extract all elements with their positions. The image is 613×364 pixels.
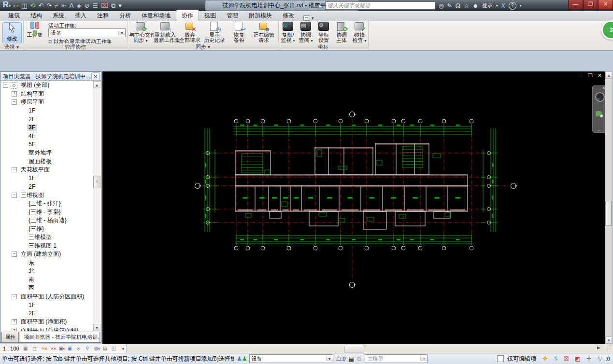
help-dropdown-icon[interactable]: ▾ <box>520 3 522 8</box>
show-history-button[interactable]: ◷显示历史记录 <box>203 22 226 43</box>
tab-结构[interactable]: 结构 <box>25 10 47 21</box>
filter-icon[interactable]: ▽ <box>598 355 602 362</box>
tab-分析[interactable]: 分析 <box>114 10 136 21</box>
infocenter-collapse-icon[interactable]: ▸ <box>319 2 322 9</box>
minimize-button[interactable]: — <box>568 0 583 10</box>
collapse-icon[interactable]: − <box>3 83 8 88</box>
help-icon[interactable]: ? <box>509 2 516 10</box>
interference-check-button[interactable]: ✔碰撞检查 ▾ <box>351 22 368 43</box>
restore-backup-button[interactable]: ↩恢复备份 <box>228 22 251 43</box>
select-pinned-icon[interactable]: ⛝ <box>564 355 569 362</box>
collapse-viewbar-icon[interactable]: ◂ <box>119 345 126 352</box>
shadows-icon[interactable]: ●✕ <box>48 345 55 352</box>
worksharing-display-icon[interactable]: ◍✕ <box>93 345 100 352</box>
subscription-icon[interactable]: ✎ <box>447 2 452 9</box>
active-workset-combo[interactable]: 设备▼ <box>48 28 126 37</box>
tree-item-西[interactable]: 西 <box>1 284 94 293</box>
navigation-bar[interactable]: ✕ ⌄ <box>592 85 605 133</box>
tree-item-4F[interactable]: 4F <box>1 132 94 140</box>
tree-item-三维视图1[interactable]: 三维视图 1 <box>1 242 94 251</box>
search-icon[interactable]: ◎ <box>439 2 443 9</box>
worksets-button[interactable]: 工作集 <box>24 22 45 43</box>
scrollbar-thumb[interactable] <box>93 176 100 188</box>
tree-item-立面建筑立面[interactable]: −立面 (建筑立面) <box>1 250 94 259</box>
canvas-hscroll-thumb[interactable] <box>344 345 364 352</box>
view-minimize-icon[interactable]: — <box>578 72 583 79</box>
collapse-icon[interactable]: − <box>12 294 17 299</box>
tab-project-browser[interactable]: 项目浏览器 - 技师学院机电培训... <box>20 332 100 342</box>
tree-item-1F[interactable]: 1F <box>1 301 94 309</box>
tree-item-2F[interactable]: 2F <box>1 309 94 318</box>
analytical-model-icon[interactable]: ◫ <box>110 345 117 352</box>
steering-wheel-icon[interactable] <box>595 92 605 102</box>
worksets-dialog-icon[interactable]: ▤ <box>348 355 354 362</box>
user-icon[interactable]: ☻ <box>472 2 479 9</box>
tree-item-东[interactable]: 东 <box>1 259 94 267</box>
tree-item-南[interactable]: 南 <box>1 276 94 284</box>
editable-only-checkbox[interactable] <box>497 355 504 362</box>
tree-item-屋面楼板[interactable]: 屋面楼板 <box>1 157 94 166</box>
status-workset-combo[interactable]: 设备▼ <box>249 354 333 363</box>
visual-style-icon[interactable]: ◻ <box>31 345 38 352</box>
tab-视图[interactable]: 视图 <box>199 10 221 21</box>
detail-level-icon[interactable]: ▦ <box>22 345 29 352</box>
communication-center-icon[interactable]: ☊ <box>456 2 461 9</box>
relinquish-all-button[interactable]: ✕放弃全部请求 <box>178 22 201 43</box>
navbar-options-icon[interactable]: ⌄ <box>597 128 600 132</box>
sign-in-dropdown-icon[interactable]: ▾ <box>496 3 498 8</box>
tab-协作[interactable]: 协作 <box>176 10 199 21</box>
tree-item-2F[interactable]: 2F <box>1 115 94 124</box>
select-links-icon[interactable]: ✥ <box>542 355 547 362</box>
expand-icon[interactable]: + <box>12 91 17 97</box>
tree-item-三维视图[interactable]: −三维视图 <box>1 191 94 200</box>
coordinate-settings-button[interactable]: ⚙坐标设置 <box>315 22 332 43</box>
view-close-icon[interactable]: ✕ <box>598 72 602 79</box>
browser-close-icon[interactable]: ✕ <box>91 72 100 81</box>
tree-item-结构平面[interactable]: +结构平面 <box>1 90 94 98</box>
tree-item-1F[interactable]: 1F <box>1 107 94 115</box>
crop-region-visibility-icon[interactable]: ▣ <box>66 345 73 352</box>
scroll-down-icon[interactable]: ▼ <box>93 324 100 331</box>
close-button[interactable]: ✕ <box>598 0 613 10</box>
tab-注释[interactable]: 注释 <box>92 10 114 21</box>
tree-item-三维[interactable]: {三维} <box>1 225 94 234</box>
workset-combo-dropdown-icon[interactable]: ▼ <box>326 357 333 361</box>
tab-建筑[interactable]: 建筑 <box>3 10 25 21</box>
browser-scrollbar[interactable]: ▲ ▼ <box>93 81 100 331</box>
canvas-vscroll-thumb[interactable] <box>605 201 612 226</box>
tree-item-三维-杨雨迪[interactable]: {三维 - 杨雨迪} <box>1 216 94 225</box>
tree-item-楼层平面[interactable]: −楼层平面 <box>1 98 94 107</box>
coordination-host-button[interactable]: ⟳协调主体 <box>333 22 350 43</box>
search-input[interactable]: 键入关键字或短语 <box>325 1 435 10</box>
ribbon-state-toggle[interactable]: ▭▾ <box>303 15 314 21</box>
synchronize-panel-label[interactable]: 同步 ▾ <box>128 43 278 49</box>
collapse-icon[interactable]: − <box>12 193 17 198</box>
tab-附加模块[interactable]: 附加模块 <box>243 10 277 21</box>
tree-item-三维模型[interactable]: 三维模型 <box>1 233 94 242</box>
view-scale[interactable]: 1 : 100 <box>3 346 19 351</box>
maximize-button[interactable]: ❐ <box>583 0 598 10</box>
tree-item-室外地坪[interactable]: 室外地坪 <box>1 149 94 157</box>
favorites-icon[interactable]: ☆ <box>464 2 469 9</box>
tree-item-北[interactable]: 北 <box>1 267 94 276</box>
tree-item-三维-李枭[interactable]: {三维 - 李枭} <box>1 208 94 217</box>
sign-in-button[interactable]: 登录 <box>482 2 493 9</box>
scroll-right-icon[interactable]: ▶ <box>597 345 600 350</box>
project-browser-title[interactable]: 项目浏览器 - 技师学院机电培训中... <box>0 72 101 81</box>
tree-item-天花板平面[interactable]: −天花板平面 <box>1 166 94 174</box>
tab-管理[interactable]: 管理 <box>221 10 243 21</box>
tree-item-面积平面总建筑面积[interactable]: +面积平面 (总建筑面积) <box>1 326 94 332</box>
modify-button[interactable]: 修改 <box>2 22 22 44</box>
tree-item-2F[interactable]: 2F <box>1 182 94 191</box>
collapse-icon[interactable]: − <box>12 99 17 105</box>
reveal-hidden-elements-icon[interactable]: ⚲ <box>84 345 91 352</box>
sync-with-central-button[interactable]: ⟳与中心文件同步 ▾ <box>129 22 152 43</box>
coordination-review-button[interactable]: ▤协调查阅 ▾ <box>297 22 314 43</box>
drawing-area[interactable]: —❐✕ ✕ ⌄ <box>102 71 605 344</box>
tab-插入[interactable]: 插入 <box>70 10 92 21</box>
crop-view-icon[interactable]: ▣✕ <box>57 345 64 352</box>
expand-icon[interactable]: + <box>12 319 17 324</box>
editing-requests-button[interactable]: ☻正在编辑请求 <box>252 22 275 43</box>
exchange-apps-icon[interactable]: X <box>501 2 505 9</box>
collapse-icon[interactable]: − <box>12 252 17 257</box>
